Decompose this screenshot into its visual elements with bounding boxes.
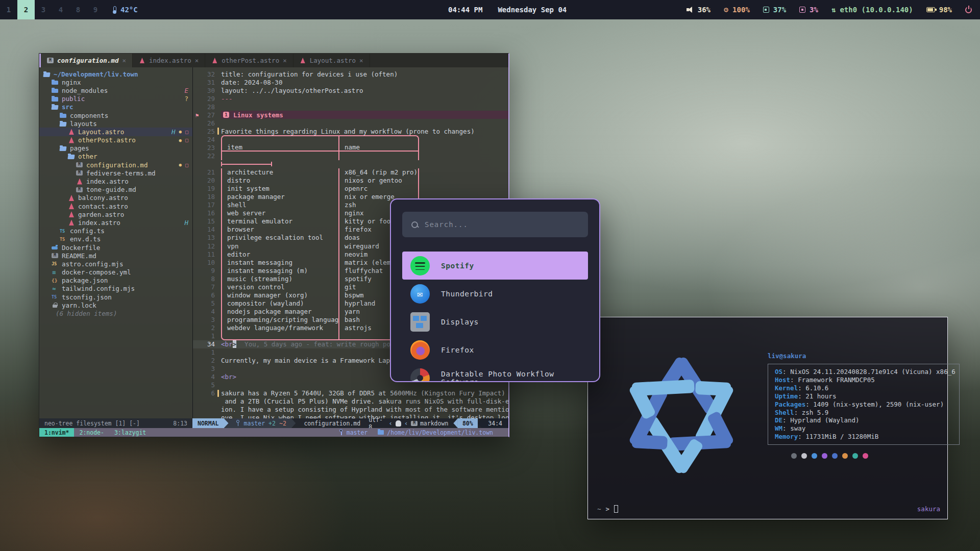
- tree-item-label: env.d.ts: [70, 235, 188, 243]
- line-number: 10: [201, 259, 216, 266]
- git-change-bar: [216, 242, 221, 250]
- tree-item[interactable]: contact.astro: [39, 202, 192, 210]
- close-icon[interactable]: ×: [122, 57, 126, 64]
- workspace-button[interactable]: 9: [87, 0, 104, 19]
- tree-item[interactable]: balcony.astro: [39, 194, 192, 202]
- line-number: 6: [201, 291, 216, 299]
- close-icon[interactable]: ×: [195, 57, 199, 64]
- tmux-window[interactable]: 1:nvim*: [39, 428, 74, 437]
- tree-item-label: garden.astro: [78, 211, 188, 218]
- tree-item[interactable]: tone-guide.md: [39, 186, 192, 194]
- tmux-window[interactable]: 3:lazygit: [109, 428, 151, 437]
- editor-tab[interactable]: index.astro ×: [133, 54, 205, 67]
- table-cell-item: architecture: [221, 168, 338, 177]
- tree-item[interactable]: astro.config.mjs: [39, 260, 192, 268]
- editor-tab[interactable]: otherPost.astro ×: [205, 54, 293, 67]
- tree-item[interactable]: components: [39, 111, 192, 119]
- tree-item[interactable]: package.json: [39, 277, 192, 285]
- tree-item[interactable]: env.d.ts: [39, 235, 192, 243]
- file-icon: [68, 136, 76, 144]
- git-change-bar: [216, 177, 221, 185]
- tree-item[interactable]: config.ts: [39, 227, 192, 235]
- tree-item[interactable]: pages: [39, 144, 192, 153]
- tree-item[interactable]: tailwind.config.mjs: [39, 285, 192, 293]
- table-cell-item: music (streaming): [221, 274, 338, 283]
- table-cell-item: nodejs package manager: [221, 307, 338, 315]
- code-line: 31 date: 2024-08-30: [193, 78, 508, 86]
- workspace-button[interactable]: 3: [35, 0, 52, 19]
- fetch-info-line: DE: Hyprland (Wayland): [775, 416, 952, 424]
- code-text: <br>: [221, 373, 236, 381]
- launcher-item[interactable]: Thunderbird: [402, 280, 588, 308]
- workspace-button[interactable]: 1: [0, 0, 17, 19]
- tree-item[interactable]: other: [39, 153, 192, 161]
- tmux-window[interactable]: 2:node-: [74, 428, 109, 437]
- git-change-bar: [216, 274, 221, 283]
- file-icon: [60, 144, 68, 153]
- tree-item[interactable]: ~/Development/liv.town: [39, 70, 192, 78]
- tree-item[interactable]: index.astro: [39, 177, 192, 185]
- tree-item[interactable]: configuration.md ● □: [39, 161, 192, 169]
- tree-item-label: nginx: [62, 79, 188, 86]
- tree-item-label: tone-guide.md: [86, 186, 188, 193]
- tree-item[interactable]: yarn.lock: [39, 301, 192, 309]
- network-module[interactable]: eth0 (10.0.0.140): [831, 6, 913, 14]
- workspace-button[interactable]: 4: [52, 0, 69, 19]
- tree-item[interactable]: garden.astro: [39, 210, 192, 218]
- launcher-search[interactable]: [402, 212, 588, 237]
- tree-item[interactable]: src: [39, 103, 192, 111]
- editor-tab[interactable]: configuration.md ×: [41, 54, 133, 67]
- tree-item[interactable]: index.astro H: [39, 218, 192, 227]
- tree-item[interactable]: README.md: [39, 252, 192, 260]
- file-icon: [52, 243, 60, 252]
- tree-item[interactable]: public ?: [39, 95, 192, 103]
- close-icon[interactable]: ×: [359, 57, 363, 64]
- chevron-left-icon: ‹: [385, 418, 396, 428]
- table-cell-item: shell: [221, 201, 338, 209]
- tree-item[interactable]: otherPost.astro ● □: [39, 136, 192, 144]
- tab-label: otherPost.astro: [222, 57, 279, 64]
- tab-label: Layout.astro: [310, 57, 356, 64]
- code-line: 26: [193, 119, 508, 127]
- close-icon[interactable]: ×: [283, 57, 287, 64]
- shell-prompt[interactable]: ~ >: [597, 505, 618, 513]
- tree-item-label: (6 hidden items): [56, 310, 188, 317]
- code-line: 30 layout: ../../layouts/otherPost.astro: [193, 86, 508, 94]
- git-branch-icon: [236, 420, 240, 427]
- file-icon: [68, 218, 76, 227]
- launcher-item[interactable]: Darktable Photo Workflow Software: [402, 364, 588, 382]
- git-change-bar: [216, 389, 221, 397]
- app-label: Displays: [441, 318, 479, 326]
- workspace-button[interactable]: 2: [17, 0, 35, 19]
- clock-module: 04:44 PM Wednesday Sep 04: [448, 0, 567, 19]
- table-cell-item: window manager (xorg): [221, 291, 338, 299]
- launcher-item[interactable]: Spotify: [402, 252, 588, 280]
- launcher-item[interactable]: Displays: [402, 308, 588, 336]
- tree-item[interactable]: (6 hidden items): [39, 309, 192, 317]
- fetch-info-line: OS: NixOS 24.11.20240828.71e91c4 (Vicuna…: [775, 368, 952, 376]
- table-cell-item: init system: [221, 185, 338, 193]
- tree-item-label: docker-compose.yml: [62, 268, 188, 276]
- tree-item[interactable]: layouts: [39, 119, 192, 128]
- power-module[interactable]: [965, 7, 972, 13]
- git-change-bar: [216, 135, 221, 143]
- code-line: 20 distro nixos or gentoo: [193, 177, 508, 185]
- tree-item-label: ~/Development/liv.town: [54, 70, 188, 78]
- git-change-bar: [216, 94, 221, 103]
- tree-item[interactable]: nginx: [39, 78, 192, 86]
- search-input[interactable]: [425, 220, 579, 229]
- line-number: 5: [201, 381, 216, 389]
- tree-item[interactable]: Dockerfile: [39, 243, 192, 252]
- scroll-percent: 80%: [458, 418, 478, 428]
- neo-tree-panel: ~/Development/liv.town nginx: [39, 67, 192, 418]
- volume-module[interactable]: 36%: [687, 6, 710, 14]
- tree-item[interactable]: docker-compose.yml: [39, 268, 192, 277]
- launcher-item[interactable]: Firefox: [402, 336, 588, 364]
- brightness-module[interactable]: 100%: [724, 5, 750, 14]
- tree-item[interactable]: fediverse-terms.md: [39, 169, 192, 177]
- tree-item[interactable]: node_modules E: [39, 86, 192, 94]
- tree-item[interactable]: Layout.astro H ● □: [39, 128, 192, 136]
- editor-tab[interactable]: Layout.astro ×: [293, 54, 370, 67]
- tree-item[interactable]: tsconfig.json: [39, 293, 192, 301]
- workspace-button[interactable]: 8: [69, 0, 87, 19]
